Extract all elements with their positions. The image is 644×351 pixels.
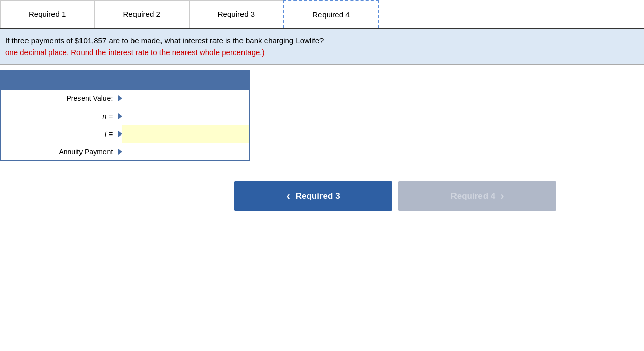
table-row: n = [1,107,250,125]
input-cell-i [117,125,250,143]
table-row: Annuity Payment [1,143,250,161]
tab-required1-label: Required 1 [29,10,66,18]
input-present-value[interactable] [122,90,249,107]
form-table-container: Present Value: n = [0,70,250,161]
next-button[interactable]: Required 4 [398,181,556,211]
arrow-annuity-payment [118,149,122,155]
label-i: i = [1,125,117,143]
arrow-present-value [118,95,122,101]
next-button-label: Required 4 [450,191,495,201]
table-header-row [0,70,250,89]
label-n: n = [1,107,117,125]
input-i[interactable] [122,125,249,143]
tab-required4[interactable]: Required 4 [283,0,379,28]
tab-required3-label: Required 3 [218,10,255,18]
question-area: If three payments of $101,857 are to be … [0,29,644,65]
input-cell-annuity-payment [117,143,250,161]
label-present-value: Present Value: [1,90,117,107]
tab-required4-label: Required 4 [312,10,350,19]
chevron-left-icon [286,190,290,203]
prev-button[interactable]: Required 3 [234,181,392,211]
form-table: Present Value: n = [0,89,250,161]
input-annuity-payment[interactable] [122,143,249,160]
table-row: i = [1,125,250,143]
tab-required2[interactable]: Required 2 [94,0,189,28]
question-red-text: one decimal place. Round the interest ra… [5,48,264,57]
label-annuity-payment: Annuity Payment [1,143,117,161]
tab-required3[interactable]: Required 3 [189,0,283,28]
arrow-n [118,113,122,119]
nav-buttons: Required 3 Required 4 [234,181,644,211]
prev-button-label: Required 3 [296,191,340,201]
input-n[interactable] [122,107,249,125]
input-cell-n [117,107,250,125]
input-cell-present-value [117,90,250,107]
tab-required1[interactable]: Required 1 [0,0,94,28]
tab-required2-label: Required 2 [123,10,160,18]
tabs-container: Required 1 Required 2 Required 3 Require… [0,0,644,29]
question-black-text: If three payments of $101,857 are to be … [5,36,324,45]
arrow-i [118,131,122,137]
table-row: Present Value: [1,90,250,107]
chevron-right-icon [500,190,504,203]
